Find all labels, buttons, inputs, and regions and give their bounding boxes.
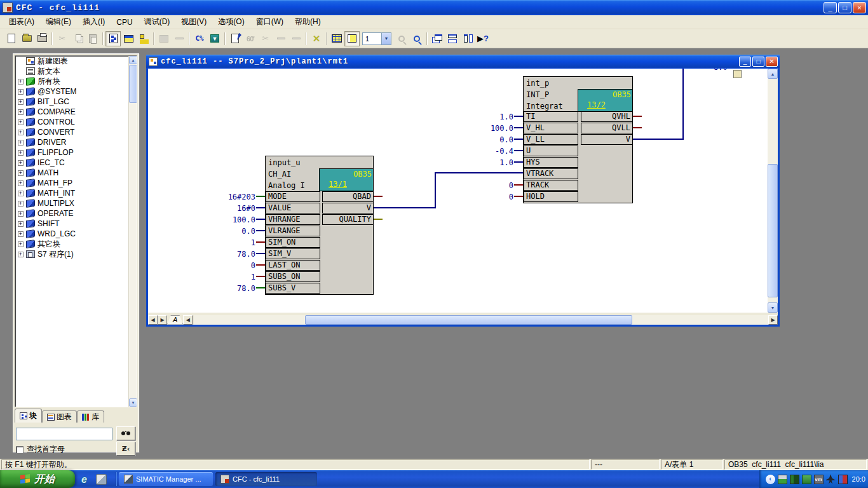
tab-charts[interactable]: 图表 <box>42 410 77 423</box>
input-pin[interactable]: LAST_ON <box>266 260 320 271</box>
input-pin[interactable]: MODE <box>266 191 320 202</box>
menu-cpu[interactable]: CPU <box>111 17 137 28</box>
output-pin[interactable]: QVHL <box>581 111 633 122</box>
sheet-view-icon[interactable] <box>121 31 136 46</box>
find-initial-checkbox[interactable] <box>16 446 24 454</box>
expand-icon[interactable] <box>18 231 24 237</box>
output-pin[interactable]: QUALITY <box>322 214 374 225</box>
input-pin[interactable]: SIM_V <box>266 248 320 259</box>
input-pin[interactable]: TRACK <box>524 180 578 191</box>
update-io-icon[interactable]: C% <box>192 31 207 46</box>
tree-item-iec-tc[interactable]: IEC_TC <box>15 158 137 168</box>
input-pin[interactable]: VHRANGE <box>266 214 320 225</box>
expand-icon[interactable] <box>18 201 24 207</box>
wire-inputu-v[interactable] <box>435 172 436 208</box>
hide-chevron-icon[interactable]: ‹ <box>766 475 775 484</box>
input-value[interactable]: 1.0 <box>463 158 513 168</box>
vertical-scrollbar[interactable]: ▲ ▼ <box>768 69 778 313</box>
input-pin[interactable]: VALUE <box>266 203 320 214</box>
output-pin[interactable]: QVLL <box>581 123 633 133</box>
folder-tray-icon[interactable] <box>802 475 811 484</box>
input-pin[interactable]: TI <box>524 111 578 122</box>
scroll-thumb[interactable] <box>768 164 778 297</box>
new-icon[interactable] <box>4 31 19 46</box>
sort-jump-button[interactable]: Ƶ‹ <box>116 442 135 456</box>
sheet-reference-label[interactable]: 8.0 <box>714 69 728 72</box>
tree-item-shift[interactable]: SHIFT <box>15 219 137 229</box>
quicklaunch-app-icon[interactable] <box>96 474 107 485</box>
input-pin[interactable]: HYS <box>524 157 578 168</box>
tree-item-new-text[interactable]: 新文本 <box>15 66 137 76</box>
tree-item-driver[interactable]: DRIVER <box>15 137 137 147</box>
scroll-down-icon[interactable]: ▼ <box>129 398 137 407</box>
tree-item-compare[interactable]: COMPARE <box>15 107 137 117</box>
input-value[interactable]: 1 <box>205 272 255 282</box>
input-pin[interactable]: V_HL <box>524 123 578 133</box>
input-value[interactable]: -0.4 <box>463 146 513 156</box>
wire-inputu-v-to-vtrack[interactable] <box>435 172 523 173</box>
minimize-button[interactable]: _ <box>824 2 837 13</box>
output-pin[interactable]: QBAD <box>322 191 374 202</box>
tree-item-math-int[interactable]: MATH_INT <box>15 188 137 198</box>
menu-debug[interactable]: 调试(D) <box>139 15 175 29</box>
input-pin[interactable]: SUBS_V <box>266 283 320 294</box>
vmware-tray-icon[interactable]: vm <box>814 475 824 484</box>
mdi-maximize-button[interactable]: □ <box>752 57 764 67</box>
input-value[interactable]: 0 <box>463 180 513 191</box>
expand-icon[interactable] <box>18 109 24 115</box>
start-button[interactable]: 开始 <box>0 470 75 488</box>
overview-icon[interactable] <box>344 31 360 46</box>
expand-icon[interactable] <box>18 241 24 247</box>
horizontal-scrollbar[interactable] <box>194 315 768 325</box>
tree-item-bit-lgc[interactable]: BIT_LGC <box>15 97 137 107</box>
tree-item-s7-program[interactable]: S7 程序(1) <box>15 249 137 259</box>
output-pin[interactable]: V <box>322 203 374 214</box>
help-icon[interactable]: ▶? <box>475 31 491 46</box>
tree-item-convert[interactable]: CONVERT <box>15 127 137 137</box>
expand-icon[interactable] <box>18 89 24 95</box>
scroll-thumb[interactable] <box>129 65 137 103</box>
scroll-up-icon[interactable]: ▲ <box>129 56 137 64</box>
sheet-next-icon[interactable]: ▶ <box>158 315 167 325</box>
input-value[interactable]: 100.0 <box>463 123 513 133</box>
input-pin[interactable]: SUBS_ON <box>266 271 320 282</box>
mdi-close-button[interactable]: ✕ <box>766 57 778 67</box>
tree-item-wrd-lgc[interactable]: WRD_LGC <box>15 229 137 239</box>
tree-item-math-fp[interactable]: MATH_FP <box>15 178 137 188</box>
ie-icon[interactable]: e <box>81 474 92 485</box>
input-value[interactable]: 78.0 <box>205 249 255 259</box>
input-pin[interactable]: V_LL <box>524 134 578 145</box>
tree-item-flipflop[interactable]: FLIPFLOP <box>15 147 137 158</box>
input-value[interactable]: 1 <box>205 238 255 248</box>
input-value[interactable]: 16#203 <box>205 192 255 202</box>
input-value[interactable]: 78.0 <box>205 283 255 294</box>
output-pin[interactable]: V <box>581 134 633 145</box>
menu-help[interactable]: 帮助(H) <box>290 15 326 29</box>
expand-icon[interactable] <box>18 180 24 186</box>
expand-icon[interactable] <box>18 119 24 125</box>
expand-icon[interactable] <box>18 211 24 217</box>
input-value[interactable]: 100.0 <box>205 215 255 225</box>
scroll-down-icon[interactable]: ▼ <box>768 302 778 313</box>
menu-view[interactable]: 视图(V) <box>176 15 212 29</box>
tree-item-system[interactable]: @SYSTEM <box>15 86 137 97</box>
hscroll-left-icon[interactable]: ◀ <box>183 315 193 325</box>
menu-edit[interactable]: 编辑(E) <box>41 15 76 29</box>
cfc-canvas[interactable]: 8.0 input_u CH_AI Analog I OB35 13/1 16#… <box>148 69 768 313</box>
task-cfc[interactable]: CFC - cfc_li111 <box>215 472 317 486</box>
mdi-minimize-button[interactable]: _ <box>739 57 751 67</box>
chart-window-titlebar[interactable]: cfc_li111 -- S7Pro_2_Prj\plant1\rmt1 _ □… <box>146 55 780 69</box>
network-tray-icon[interactable] <box>778 475 787 484</box>
zoom-out-icon[interactable] <box>409 31 424 46</box>
switch-tray-icon[interactable] <box>790 475 799 484</box>
input-pin[interactable]: VLRANGE <box>266 226 320 236</box>
sheet-reference-icon[interactable] <box>733 70 742 78</box>
input-value[interactable]: 0 <box>463 192 513 202</box>
input-value[interactable]: 16#0 <box>205 203 255 214</box>
tree-item-control[interactable]: CONTROL <box>15 117 137 127</box>
wire-intp-v[interactable] <box>633 139 684 140</box>
sheet-tab-a[interactable]: A <box>167 315 183 325</box>
expand-icon[interactable] <box>18 252 24 257</box>
function-block-int_p[interactable]: int_p INT_P Integrat OB35 13/2 1.0 TI 10… <box>523 76 633 203</box>
input-pin[interactable]: SIM_ON <box>266 237 320 248</box>
